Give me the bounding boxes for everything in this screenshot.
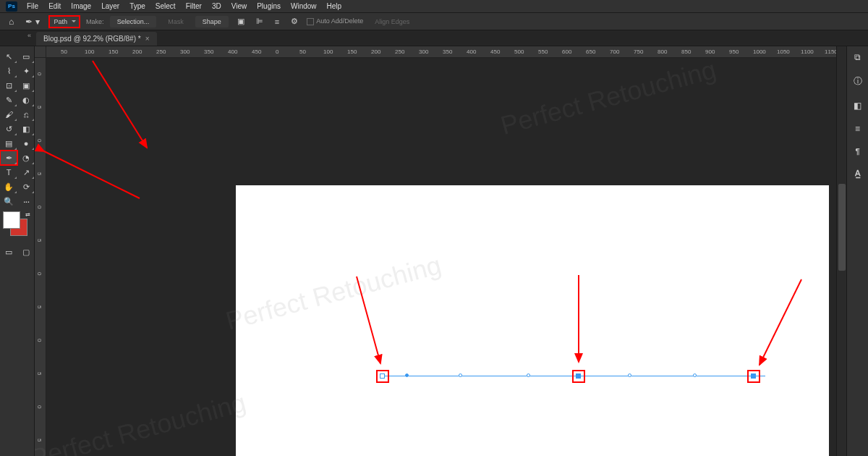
align-edges-checkbox: Align Edges: [369, 16, 415, 28]
blur-tool[interactable]: ●: [17, 136, 35, 151]
path-selection-tool[interactable]: ↗: [17, 165, 35, 180]
menu-file[interactable]: File: [22, 1, 43, 12]
lasso-tool[interactable]: ⌇: [0, 64, 17, 78]
eraser-tool[interactable]: ◧: [17, 122, 35, 136]
wand-tool[interactable]: ✦: [17, 64, 35, 78]
collapse-chevron-icon[interactable]: «: [27, 32, 31, 39]
path-operations-icon[interactable]: ▣: [234, 15, 247, 28]
eyedropper-tool[interactable]: ✎: [0, 93, 17, 107]
color-swatches[interactable]: ⇄: [3, 211, 32, 240]
ruler-horizontal[interactable]: 5010015020025030035040045005010015020025…: [46, 46, 846, 58]
tab-title: Blog.psd @ 92.2% (RGB/8#) *: [43, 35, 141, 43]
toolbox: ↖ ▭ ⌇ ✦ ⊡ ▣ ✎ ◐ 🖌 ⎌ ↺ ◧ ▤ ● ✒ ◔ T ↗ ✋ ⟳ …: [0, 46, 35, 456]
menu-3d[interactable]: 3D: [207, 1, 226, 12]
anchor-point-2[interactable]: [576, 373, 581, 379]
menu-layer[interactable]: Layer: [96, 1, 124, 12]
annotation-arrow: [85, 61, 158, 158]
panel-info-icon[interactable]: ⓘ: [854, 75, 862, 88]
watermark: Perfect Retouching: [498, 54, 720, 141]
menu-filter[interactable]: Filter: [181, 1, 207, 12]
crop-tool[interactable]: ⊡: [0, 78, 17, 93]
annotation-arrow: [38, 140, 154, 208]
heal-tool[interactable]: ◐: [17, 93, 35, 107]
history-brush-tool[interactable]: ↺: [0, 122, 17, 136]
quick-mask-tool[interactable]: ▭: [0, 245, 17, 259]
menu-select[interactable]: Select: [150, 1, 181, 12]
gear-icon[interactable]: ⚙: [288, 15, 301, 28]
close-icon[interactable]: ×: [145, 35, 150, 43]
path-mode-select[interactable]: Path: [48, 15, 81, 28]
vertical-scrollbar[interactable]: [836, 46, 846, 456]
options-bar: ⌂ ✒ ▾ Path Make: Selection... Mask Shape…: [0, 13, 868, 30]
panel-character-icon[interactable]: A̲: [855, 169, 861, 178]
path-arrangement-icon[interactable]: ≡: [272, 16, 282, 28]
stamp-tool[interactable]: ⎌: [17, 107, 35, 122]
menu-view[interactable]: View: [226, 1, 252, 12]
gradient-tool[interactable]: ▤: [0, 136, 17, 151]
direction-handle[interactable]: [628, 373, 631, 377]
panel-color-icon[interactable]: ⧉: [854, 52, 861, 62]
rotate-tool[interactable]: ⟳: [17, 180, 35, 194]
menu-image[interactable]: Image: [66, 1, 96, 12]
canvas[interactable]: [236, 185, 829, 456]
foreground-color[interactable]: [3, 211, 20, 229]
swap-colors-icon[interactable]: ⇄: [25, 211, 30, 218]
pen-tool[interactable]: ✒: [0, 151, 17, 165]
make-shape-button[interactable]: Shape: [195, 16, 229, 28]
direction-handle[interactable]: [527, 373, 530, 377]
path-alignment-icon[interactable]: ⊫: [253, 15, 266, 28]
dodge-tool[interactable]: ◔: [17, 151, 35, 165]
screen-mode-tool[interactable]: ▢: [17, 245, 35, 259]
document-tab-bar: Blog.psd @ 92.2% (RGB/8#) * ×: [0, 30, 868, 46]
zoom-tool[interactable]: 🔍: [0, 194, 17, 208]
edit-toolbar-button[interactable]: ···: [17, 194, 35, 208]
ruler-origin[interactable]: [35, 46, 46, 58]
move-tool[interactable]: ↖: [0, 49, 17, 64]
document-tab[interactable]: Blog.psd @ 92.2% (RGB/8#) * ×: [36, 32, 157, 46]
workspace: ↖ ▭ ⌇ ✦ ⊡ ▣ ✎ ◐ 🖌 ⎌ ↺ ◧ ▤ ● ✒ ◔ T ↗ ✋ ⟳ …: [0, 46, 868, 456]
panel-paragraph-icon[interactable]: ¶: [855, 147, 859, 156]
marquee-tool[interactable]: ▭: [17, 49, 35, 64]
brush-tool[interactable]: 🖌: [0, 107, 17, 122]
ruler-vertical[interactable]: 050505050505: [35, 58, 46, 456]
watermark: Perfect Retouching: [35, 387, 249, 456]
anchor-point-1[interactable]: [380, 373, 385, 379]
scrollbar-thumb[interactable]: [838, 184, 846, 271]
home-icon[interactable]: ⌂: [6, 15, 17, 28]
frame-tool[interactable]: ▣: [17, 78, 35, 93]
make-label: Make:: [86, 18, 104, 25]
canvas-area[interactable]: 5010015020025030035040045005010015020025…: [35, 46, 846, 456]
pen-tool-preset-icon[interactable]: ✒ ▾: [22, 15, 42, 28]
svg-line-1: [44, 151, 140, 198]
panel-layers-icon[interactable]: ≡: [855, 124, 860, 134]
svg-line-0: [93, 61, 147, 148]
direction-handle[interactable]: [693, 373, 697, 377]
menu-plugins[interactable]: Plugins: [252, 1, 286, 12]
right-panel: ⧉ ⓘ ◧ ≡ ¶ A̲: [846, 46, 868, 456]
app-icon: Ps: [6, 1, 17, 12]
make-selection-button[interactable]: Selection...: [110, 16, 157, 28]
menu-bar: Ps File Edit Image Layer Type Select Fil…: [0, 0, 868, 13]
direction-handle[interactable]: [459, 373, 462, 377]
menu-window[interactable]: Window: [286, 1, 322, 12]
path-segment[interactable]: [382, 376, 765, 376]
make-mask-button[interactable]: Mask: [162, 16, 190, 28]
menu-type[interactable]: Type: [124, 1, 150, 12]
hand-tool[interactable]: ✋: [0, 180, 17, 194]
anchor-point-3[interactable]: [751, 373, 756, 379]
type-tool[interactable]: T: [0, 165, 17, 180]
auto-add-delete-checkbox[interactable]: Auto Add/Delete: [307, 17, 363, 25]
menu-help[interactable]: Help: [322, 1, 347, 12]
menu-edit[interactable]: Edit: [43, 1, 66, 12]
direction-handle[interactable]: [405, 373, 409, 377]
panel-adjustments-icon[interactable]: ◧: [854, 101, 861, 111]
